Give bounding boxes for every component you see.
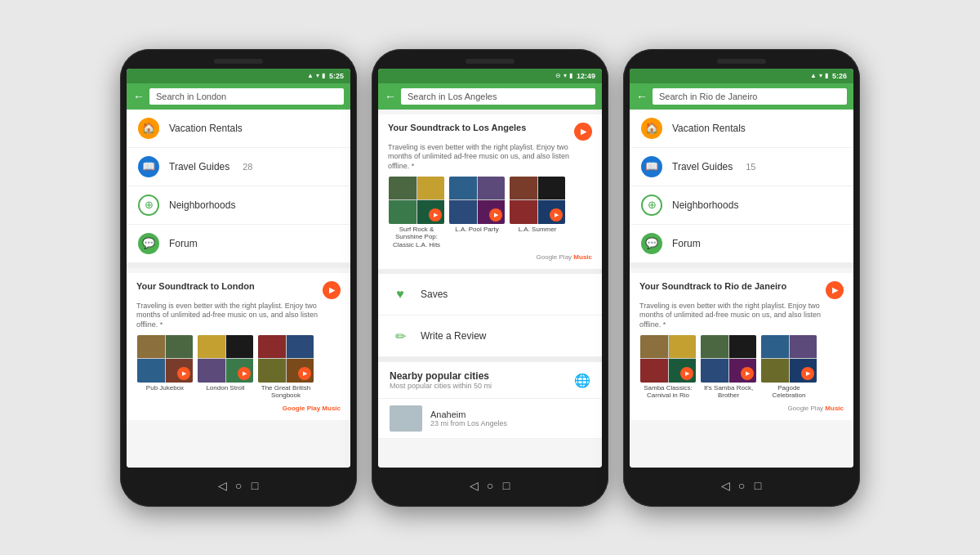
status-time: 12:49 bbox=[577, 72, 595, 80]
album-item-2[interactable]: ▶ The Great British Songbook bbox=[257, 335, 314, 400]
album-item-2[interactable]: ▶ L.A. Summer bbox=[509, 177, 566, 249]
soundtrack-title: Your Soundtrack to Los Angeles bbox=[388, 123, 526, 132]
nav-bar: ◁ ○ □ bbox=[214, 471, 263, 497]
back-button[interactable]: ← bbox=[636, 90, 648, 103]
soundtrack-play-btn[interactable]: ▶ bbox=[574, 123, 592, 141]
back-button[interactable]: ← bbox=[133, 90, 145, 103]
menu-travel-guides[interactable]: 📖 Travel Guides 15 bbox=[630, 148, 853, 186]
album-play-0[interactable]: ▶ bbox=[429, 208, 442, 222]
wifi-icon: ▾ bbox=[316, 72, 319, 79]
album-label-1: It's Samba Rock, Brother bbox=[700, 384, 757, 400]
album-play-2[interactable]: ▶ bbox=[550, 208, 563, 222]
screen-content-london: 🏠 Vacation Rentals 📖 Travel Guides 28 ⊕ … bbox=[127, 110, 350, 468]
soundtrack-play-btn[interactable]: ▶ bbox=[826, 281, 844, 299]
action-write-review[interactable]: ✏ Write a Review bbox=[378, 316, 602, 357]
phone-london: ▲ ▾ ▮ 5:25 ← Search in London 🏠 Vacation… bbox=[120, 49, 357, 507]
menu-travel-guides[interactable]: 📖 Travel Guides 28 bbox=[127, 148, 350, 186]
search-input-wrapper[interactable]: Search in Rio de Janeiro bbox=[653, 88, 847, 105]
menu-forum[interactable]: 💬 Forum bbox=[127, 225, 350, 263]
nav-home[interactable]: ○ bbox=[230, 477, 247, 494]
menu-forum[interactable]: 💬 Forum bbox=[630, 225, 853, 263]
status-time: 5:25 bbox=[329, 72, 344, 80]
nearby-subtitle: Most popular cities within 50 mi bbox=[390, 382, 492, 390]
album-play-2[interactable]: ▶ bbox=[801, 367, 814, 380]
album-row: ▶ Samba Classics: Carnival in Rio ▶ It's… bbox=[639, 335, 844, 400]
nav-recents[interactable]: □ bbox=[498, 477, 514, 494]
album-thumb-2: ▶ bbox=[510, 177, 565, 224]
menu-vacation-rentals[interactable]: 🏠 Vacation Rentals bbox=[127, 110, 350, 148]
travel-guides-label: Travel Guides bbox=[672, 161, 733, 172]
album-thumb-1: ▶ bbox=[701, 335, 756, 383]
album-item-0[interactable]: ▶ Pub Jukebox bbox=[136, 335, 194, 400]
menu-neighborhoods[interactable]: ⊕ Neighborhoods bbox=[127, 186, 350, 225]
saves-label: Saves bbox=[421, 289, 448, 300]
search-input-wrapper[interactable]: Search in Los Angeles bbox=[401, 88, 595, 105]
search-text: Search in Rio de Janeiro bbox=[659, 92, 757, 101]
album-item-1[interactable]: ▶ It's Samba Rock, Brother bbox=[700, 335, 757, 400]
nearby-header: Nearby popular cities Most popular citie… bbox=[378, 362, 602, 399]
album-play-0[interactable]: ▶ bbox=[177, 367, 190, 380]
forum-icon: 💬 bbox=[641, 233, 662, 254]
nav-home[interactable]: ○ bbox=[482, 477, 498, 494]
album-item-1[interactable]: ▶ L.A. Pool Party bbox=[448, 177, 506, 249]
nav-home[interactable]: ○ bbox=[733, 477, 750, 494]
nearby-text: Nearby popular cities Most popular citie… bbox=[390, 370, 492, 390]
nav-back[interactable]: ◁ bbox=[214, 477, 230, 494]
action-saves[interactable]: ♥ Saves bbox=[378, 274, 602, 316]
screen-rio: ▲ ▾ ▮ 5:26 ← Search in Rio de Janeiro 🏠 … bbox=[630, 69, 853, 468]
battery-icon: ▮ bbox=[825, 72, 828, 79]
neighborhoods-icon: ⊕ bbox=[138, 195, 159, 216]
city-anaheim[interactable]: Anaheim 23 mi from Los Angeles bbox=[378, 399, 602, 439]
nav-back[interactable]: ◁ bbox=[717, 477, 733, 494]
search-text: Search in Los Angeles bbox=[408, 92, 497, 101]
album-item-0[interactable]: ▶ Surf Rock & Sunshine Pop: Classic L.A.… bbox=[388, 177, 445, 249]
vacation-rentals-label: Vacation Rentals bbox=[672, 123, 746, 134]
phone-los-angeles: ⊖ ▾ ▮ 12:49 ← Search in Los Angeles Your… bbox=[372, 49, 608, 507]
screen-london: ▲ ▾ ▮ 5:25 ← Search in London 🏠 Vacation… bbox=[127, 69, 350, 468]
search-bar: ← Search in Los Angeles bbox=[378, 83, 602, 110]
nav-back[interactable]: ◁ bbox=[466, 477, 482, 494]
album-label-1: L.A. Pool Party bbox=[455, 226, 498, 234]
battery-icon: ▮ bbox=[569, 72, 572, 79]
soundtrack-title: Your Soundtrack to London bbox=[136, 281, 255, 291]
nav-recents[interactable]: □ bbox=[247, 477, 263, 494]
city-thumb bbox=[390, 405, 422, 432]
travel-guides-badge: 15 bbox=[746, 162, 755, 172]
album-play-1[interactable]: ▶ bbox=[489, 208, 502, 222]
album-play-1[interactable]: ▶ bbox=[741, 367, 754, 380]
album-label-2: The Great British Songbook bbox=[257, 384, 314, 400]
album-label-0: Samba Classics: Carnival in Rio bbox=[639, 384, 697, 400]
vacation-rentals-icon: 🏠 bbox=[641, 118, 662, 139]
speaker bbox=[717, 59, 766, 64]
write-review-label: Write a Review bbox=[421, 330, 486, 342]
menu-vacation-rentals[interactable]: 🏠 Vacation Rentals bbox=[630, 110, 853, 148]
wifi-icon: ▾ bbox=[564, 72, 567, 79]
soundtrack-desc: Traveling is even better with the right … bbox=[388, 143, 592, 172]
album-row: ▶ Surf Rock & Sunshine Pop: Classic L.A.… bbox=[388, 177, 592, 249]
forum-label: Forum bbox=[169, 238, 198, 249]
album-label-0: Pub Jukebox bbox=[146, 384, 184, 392]
signal-icon: ▲ bbox=[810, 72, 817, 79]
menu-neighborhoods[interactable]: ⊕ Neighborhoods bbox=[630, 186, 853, 225]
back-button[interactable]: ← bbox=[385, 90, 396, 103]
search-input-wrapper[interactable]: Search in London bbox=[149, 88, 344, 105]
album-play-0[interactable]: ▶ bbox=[680, 367, 693, 380]
city-dist: 23 mi from Los Angeles bbox=[430, 419, 507, 427]
battery-icon: ▮ bbox=[322, 72, 325, 79]
nav-recents[interactable]: □ bbox=[750, 477, 766, 494]
album-item-1[interactable]: ▶ London Stroll bbox=[197, 335, 254, 400]
album-play-1[interactable]: ▶ bbox=[238, 367, 251, 380]
status-bar: ▲ ▾ ▮ 5:26 bbox=[630, 69, 853, 83]
album-label-0: Surf Rock & Sunshine Pop: Classic L.A. H… bbox=[388, 226, 445, 249]
google-play-music: Google Play Music bbox=[639, 405, 844, 412]
soundtrack-desc: Traveling is even better with the right … bbox=[136, 302, 341, 330]
album-play-2[interactable]: ▶ bbox=[298, 367, 311, 380]
album-item-0[interactable]: ▶ Samba Classics: Carnival in Rio bbox=[639, 335, 697, 400]
travel-guides-icon: 📖 bbox=[641, 156, 662, 177]
soundtrack-play-btn[interactable]: ▶ bbox=[323, 281, 341, 299]
album-item-2[interactable]: ▶ Pagode Celebration bbox=[760, 335, 817, 400]
album-thumb-1: ▶ bbox=[449, 177, 505, 224]
search-bar: ← Search in London bbox=[127, 83, 350, 110]
album-thumb-2: ▶ bbox=[761, 335, 817, 383]
nearby-title: Nearby popular cities bbox=[390, 370, 492, 382]
